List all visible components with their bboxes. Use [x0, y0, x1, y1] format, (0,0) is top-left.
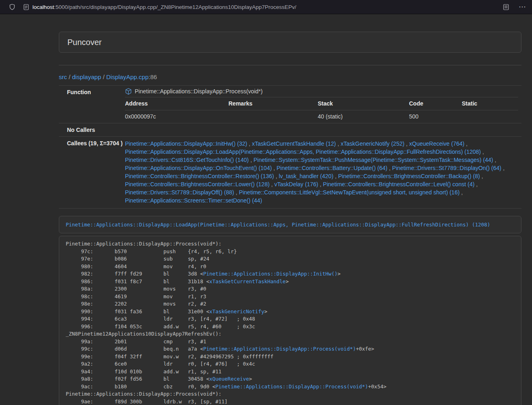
- callees-list: Pinetime::Applications::DisplayApp::Init…: [118, 137, 521, 208]
- callee-link[interactable]: Pinetime::Controllers::BrightnessControl…: [125, 181, 269, 187]
- function-row: Function Pinetime::Applications::Display…: [59, 86, 521, 123]
- no-callers-content: [118, 123, 521, 136]
- breadcrumb: src / displayapp / DisplayApp.cpp:86: [59, 73, 521, 81]
- callee-separator: ,: [334, 173, 338, 179]
- function-row-content: Pinetime::Applications::DisplayApp::Proc…: [118, 86, 521, 123]
- callee-link[interactable]: Pinetime::Applications::DisplayApp::Load…: [125, 149, 481, 155]
- callee-separator: ,: [234, 189, 239, 196]
- toolbar-right: ⋯: [503, 3, 526, 11]
- reader-view-icon[interactable]: [503, 4, 509, 10]
- callee-separator: ,: [249, 157, 254, 163]
- callee-separator: ,: [405, 140, 409, 147]
- url-path: :5000/path/src/displayapp/DisplayApp.cpp…: [54, 4, 296, 10]
- symbol-link[interactable]: xTaskGenericNotify: [209, 308, 264, 315]
- symbol-link[interactable]: Pinetime::Applications::DisplayApp::Proc…: [203, 346, 356, 352]
- stats-row: 0x0000097c 40 (static) 500: [125, 110, 518, 123]
- callee-separator: ,: [460, 189, 463, 196]
- callee-link[interactable]: Pinetime::Controllers::BrightnessControl…: [125, 173, 274, 179]
- symbol-link[interactable]: xQueueReceive: [209, 376, 249, 382]
- callee-link[interactable]: Pinetime::Controllers::BrightnessControl…: [338, 173, 480, 179]
- callee-link[interactable]: Pinetime::Controllers::BrightnessControl…: [323, 181, 474, 187]
- callee-separator: ,: [481, 149, 484, 155]
- browser-toolbar: localhost:5000/path/src/displayapp/Displ…: [0, 0, 532, 14]
- divider: [59, 65, 521, 65]
- column-header-code: Code: [409, 97, 462, 110]
- callee-separator: ,: [269, 181, 274, 187]
- callee-link[interactable]: xQueueReceive (764): [409, 140, 464, 147]
- callee-separator: ,: [474, 181, 478, 187]
- tracking-shield-icon[interactable]: [9, 4, 15, 10]
- selected-symbol-panel: Pinetime::Applications::DisplayApp::Load…: [59, 216, 521, 233]
- breadcrumb-separator: /: [101, 73, 106, 80]
- callee-link[interactable]: Pinetime::Drivers::Cst816S::GetTouchInfo…: [125, 157, 249, 163]
- app-header: Puncover: [59, 32, 521, 53]
- stats-header-row: Address Remarks Stack Code Static: [125, 97, 518, 110]
- callee-separator: ,: [247, 140, 252, 147]
- callee-link[interactable]: Pinetime::Drivers::St7789::DisplayOn() (…: [392, 165, 501, 171]
- url-host: localhost: [32, 4, 54, 10]
- callee-separator: ,: [480, 173, 483, 179]
- callees-row: Callees (19, Σ=3704 ) Pinetime::Applicat…: [59, 137, 521, 209]
- function-name: Pinetime::Applications::DisplayApp::Proc…: [135, 88, 263, 95]
- callee-link[interactable]: xTaskGenericNotify (252): [340, 140, 404, 147]
- column-header-address: Address: [125, 97, 228, 110]
- symbol-link[interactable]: xTaskGetCurrentTaskHandle: [209, 278, 286, 284]
- callees-label: Callees (19, Σ=3704 ): [59, 137, 118, 208]
- static-value: [462, 110, 518, 123]
- callee-link[interactable]: Pinetime::Drivers::St7789::DisplayOff() …: [125, 189, 234, 196]
- callee-separator: ,: [336, 140, 341, 147]
- symbol-link[interactable]: Pinetime::Applications::DisplayApp::Proc…: [215, 383, 368, 390]
- no-callers-row: No Callers: [59, 123, 521, 137]
- breadcrumb-file[interactable]: DisplayApp.cpp: [106, 73, 149, 80]
- column-header-stack: Stack: [318, 97, 409, 110]
- function-table: Function Pinetime::Applications::Display…: [59, 85, 521, 209]
- callee-separator: ,: [318, 181, 323, 187]
- content: Puncover src / displayapp / DisplayApp.c…: [59, 14, 521, 405]
- callee-link[interactable]: lv_task_handler (420): [279, 173, 334, 179]
- column-header-static: Static: [462, 97, 518, 110]
- disassembly-pre: Pinetime::Applications::DisplayApp::Proc…: [66, 240, 515, 405]
- callee-separator: ,: [272, 165, 277, 171]
- callee-separator: ,: [388, 165, 392, 171]
- column-header-remarks: Remarks: [228, 97, 318, 110]
- callee-separator: ,: [493, 157, 496, 163]
- callee-link[interactable]: vTaskDelay (176): [274, 181, 318, 187]
- disassembly-panel: Pinetime::Applications::DisplayApp::Proc…: [59, 236, 521, 405]
- url-bar[interactable]: localhost:5000/path/src/displayapp/Displ…: [32, 4, 503, 10]
- callee-link[interactable]: xTaskGetCurrentTaskHandle (12): [252, 140, 336, 147]
- callee-link[interactable]: Pinetime::Components::LittleVgl::SetNewT…: [239, 189, 460, 196]
- page-info-icon[interactable]: [24, 4, 29, 10]
- callee-separator: ,: [502, 165, 505, 171]
- selected-callee-link[interactable]: Pinetime::Applications::DisplayApp::Load…: [66, 222, 490, 228]
- breadcrumb-src[interactable]: src: [59, 73, 67, 80]
- callee-link[interactable]: Pinetime::System::SystemTask::PushMessag…: [254, 157, 493, 163]
- breadcrumb-separator: /: [67, 73, 72, 80]
- overflow-menu-icon[interactable]: ⋯: [519, 3, 526, 11]
- address-value: 0x0000097c: [125, 110, 228, 123]
- function-icon: [125, 88, 132, 95]
- code-value: 500: [409, 110, 462, 123]
- breadcrumb-displayapp[interactable]: displayapp: [72, 73, 101, 80]
- breadcrumb-line-number: :86: [149, 73, 157, 80]
- function-title: Pinetime::Applications::DisplayApp::Proc…: [125, 86, 518, 97]
- callee-separator: ,: [274, 173, 279, 179]
- callee-separator: ,: [464, 140, 467, 147]
- callee-link[interactable]: Pinetime::Controllers::Battery::Update()…: [277, 165, 388, 171]
- no-callers-label: No Callers: [59, 123, 118, 136]
- callee-link[interactable]: Pinetime::Applications::Screens::Timer::…: [125, 197, 262, 204]
- symbol-link[interactable]: Pinetime::Applications::DisplayApp::Init…: [203, 271, 338, 277]
- function-row-label: Function: [59, 86, 118, 123]
- remarks-value: [228, 110, 318, 123]
- stack-value: 40 (static): [318, 110, 409, 123]
- callee-link[interactable]: Pinetime::Applications::DisplayApp::Init…: [125, 140, 247, 147]
- page-title: Puncover: [67, 38, 102, 47]
- callee-link[interactable]: Pinetime::Applications::DisplayApp::OnTo…: [125, 165, 272, 171]
